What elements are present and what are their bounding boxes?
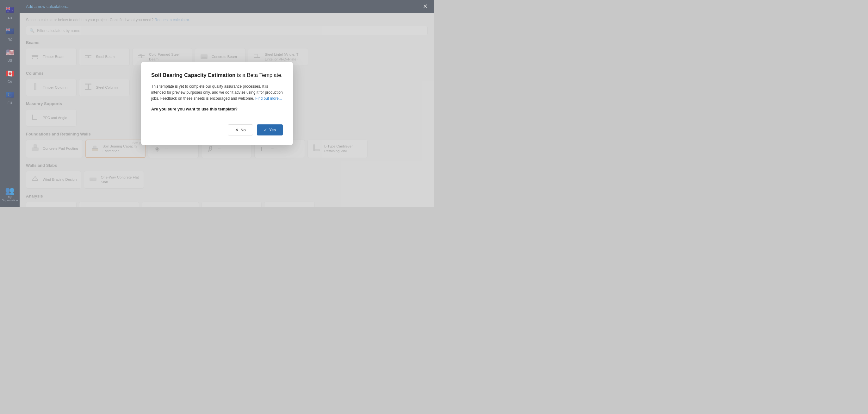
yes-icon: ✓ (264, 127, 267, 132)
dialog-body: This template is yet to complete our qua… (151, 84, 283, 102)
dialog-title-rest: is a Beta Template. (235, 72, 282, 78)
dialog-title: Soil Bearing Capacity Estimation is a Be… (151, 71, 283, 79)
dialog-overlay: Soil Bearing Capacity Estimation is a Be… (0, 0, 434, 207)
dialog-buttons: ✕ No ✓ Yes (151, 124, 283, 136)
beta-dialog: Soil Bearing Capacity Estimation is a Be… (141, 62, 293, 145)
no-icon: ✕ (235, 127, 239, 132)
dialog-question: Are you sure you want to use this templa… (151, 107, 283, 111)
dialog-title-bold: Soil Bearing Capacity Estimation (151, 72, 235, 78)
dialog-divider (151, 118, 283, 118)
find-out-more-link[interactable]: Find out more... (255, 96, 282, 101)
yes-button[interactable]: ✓ Yes (257, 124, 283, 136)
no-button[interactable]: ✕ No (228, 124, 253, 136)
